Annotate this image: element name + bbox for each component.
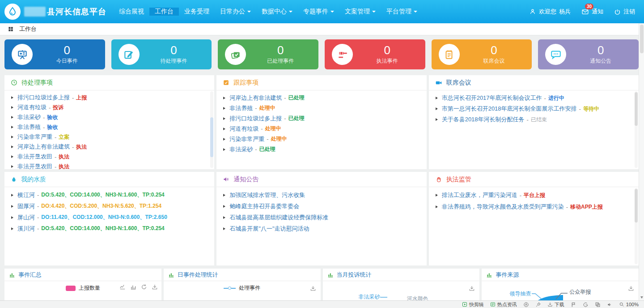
list-item[interactable]: 非法养殖鸡，导致河水颜色及水质受到严重污染-移动APP上报 (429, 201, 639, 213)
gavel-icon (332, 44, 353, 65)
panel-scrollbar[interactable] (635, 91, 638, 168)
stat-value: 0 (491, 43, 497, 57)
pin-icon[interactable] (535, 302, 541, 308)
menu-item-platform-mgmt[interactable]: 平台管理 (381, 8, 423, 16)
stat-card-processed-events[interactable]: 0已处理事件 (218, 39, 318, 69)
grid-icon[interactable] (8, 26, 14, 32)
person-icon (529, 8, 536, 15)
pie-slice-label: 领导抽查 (509, 290, 531, 298)
list-item[interactable]: 非法开垦农田-执法 (4, 162, 214, 169)
list-item[interactable]: 排污口垃圾过多上报-上报 (4, 93, 214, 103)
stat-card-notices[interactable]: 0通知公告 (538, 39, 639, 69)
menu-item-data-center[interactable]: 数据中心 (256, 8, 298, 16)
list-item[interactable]: 溪川河-DO:5.420、COD:14.000、NH3-N:1.600、TP:0… (4, 223, 214, 234)
chevron-down-icon (372, 11, 376, 13)
line-chart-toggle-icon[interactable] (119, 284, 126, 290)
list-item[interactable]: 河道有垃圾-投诉 (4, 103, 214, 112)
main-menu: 综合展视 工作台 业务受理 日常办公 数据中心 专题事件 文案管理 平台管理 (114, 8, 423, 16)
chart-legend[interactable]: 处理事件 (164, 284, 321, 292)
panel-title: 联席会议 (446, 79, 471, 87)
menu-item-business[interactable]: 业务受理 (179, 8, 215, 16)
circle-tool-icon[interactable] (523, 302, 529, 308)
list-item[interactable]: 鲍峰庭主持召开县委常委会 (216, 201, 426, 212)
brand-area: 县河长信息平台 综合展视 工作台 业务受理 日常办公 数据中心 专题事件 文案管… (0, 0, 423, 23)
list-item[interactable]: 市第一总河长召开2018年底河长制全面展示工作安排-等待中 (429, 103, 639, 114)
page-scrollbar[interactable] (639, 23, 644, 300)
hot-news-button[interactable]: 热点资讯 (490, 301, 517, 308)
window-icon[interactable] (595, 302, 601, 308)
stat-value: 0 (64, 43, 70, 57)
scrollbar-thumb[interactable] (635, 189, 638, 222)
bar-chart-icon (168, 272, 174, 278)
list-item[interactable]: 石城县开展"八一"走访慰问活动 (216, 223, 426, 234)
caret-right-icon (223, 97, 225, 99)
zoom-control[interactable]: 100% (619, 302, 639, 307)
page-title: 工作台 (19, 25, 37, 33)
caret-right-icon (11, 145, 13, 148)
quick-edit-button[interactable]: 快剪辑 (462, 301, 484, 308)
list-item[interactable]: 排污口垃圾过多上报-已处理 (216, 113, 426, 124)
welcome-label: 欢迎您 (539, 8, 556, 16)
list-item[interactable]: 市总河长召开2017年底河长制会议工作-进行中 (429, 93, 639, 103)
list-item[interactable]: 石城县提高基层组织建设经费保障标准 (216, 212, 426, 223)
panel-joint-meeting: 联席会议 市总河长召开2017年底河长制会议工作-进行中 市第一总河长召开201… (429, 75, 639, 169)
stat-card-joint-meetings[interactable]: 0联席会议 (432, 39, 532, 69)
swirl-icon[interactable] (583, 302, 589, 308)
logout-button[interactable]: 注销 (614, 8, 635, 16)
scrollbar-thumb[interactable] (640, 25, 644, 53)
refresh-icon[interactable] (141, 284, 147, 290)
menu-item-document-mgmt[interactable]: 文案管理 (339, 8, 381, 16)
panel-scrollbar[interactable] (635, 188, 638, 264)
menu-item-special-events[interactable]: 专题事件 (298, 8, 339, 16)
panel-title: 跟踪事项 (233, 79, 258, 87)
download-icon[interactable] (628, 284, 634, 292)
panel-my-water-quality: 我的水质 横江河-DO:5.420、COD:14.000、NH3-N:1.600… (4, 172, 214, 265)
list-item[interactable]: 加强区域排水管理、污水收集 (216, 189, 426, 201)
caret-right-icon (436, 107, 438, 110)
scrollbar-thumb[interactable] (635, 92, 638, 126)
list-item[interactable]: 非法开垦农田-执法 (4, 152, 214, 162)
list-item[interactable]: 污染非常严重-立案 (4, 132, 214, 142)
download-icon[interactable] (310, 284, 316, 292)
list-item[interactable]: 屏山河-DO:11.420、COD:12.000、NH3-N:0.600、TP:… (4, 212, 214, 223)
list-item[interactable]: 河道有垃圾-处理中 (216, 124, 426, 134)
list-item[interactable]: 固厚河-DO:4.420、COD:5.200、NH3-N:5.620、TP:1.… (4, 201, 214, 212)
stat-card-pending-events[interactable]: 0待处理事件 (111, 39, 212, 69)
stat-card-enforcement-events[interactable]: 0执法事件 (325, 39, 425, 69)
list-item[interactable]: 污染非常严重-处理中 (216, 134, 426, 144)
menu-item-workbench[interactable]: 工作台 (149, 8, 179, 16)
sound-icon[interactable] (607, 302, 613, 308)
pie-slice-label: 非法采砂 (359, 293, 380, 301)
edit-icon (119, 44, 140, 65)
list-item[interactable]: 排法工业废水，严重污染河道-平台上报 (429, 189, 639, 201)
panel-header: 跟踪事项 (216, 75, 426, 90)
scroll-down-arrow-icon[interactable] (640, 296, 643, 299)
list-item[interactable]: 非法采砂-已处理 (216, 144, 426, 154)
download-icon[interactable] (152, 284, 158, 290)
scrollbar-thumb[interactable] (210, 117, 213, 157)
status-badge: 已处理 (288, 115, 305, 122)
download-icon[interactable] (469, 284, 475, 292)
list-item[interactable]: 横江河-DO:5.420、COD:14.000、NH3-N:1.600、TP:0… (4, 189, 214, 201)
list-item[interactable]: 河岸边上有非法建筑-已处理 (216, 93, 426, 103)
menu-item-daily-office[interactable]: 日常办公 (215, 8, 256, 16)
status-badge: 处理中 (265, 125, 281, 133)
water-metrics: DO:4.420、COD:5.200、NH3-N:5.620、TP:1.254 (41, 202, 161, 210)
panel-body: 横江河-DO:5.420、COD:14.000、NH3-N:1.600、TP:0… (4, 187, 214, 234)
user-menu[interactable]: 欢迎您 杨兵 (529, 8, 571, 16)
list-item[interactable]: 河岸边上有非法建筑-执法 (4, 142, 214, 152)
notice-button[interactable]: 30 通知 (581, 8, 603, 16)
stat-card-today-events[interactable]: 0今日事件 (4, 39, 105, 69)
flag-icon[interactable] (571, 302, 576, 308)
list-item[interactable]: 非法养殖-处理中 (216, 103, 426, 113)
list-item[interactable]: 非法采砂-验收 (4, 112, 214, 122)
panel-scrollbar[interactable] (210, 91, 213, 168)
panel-title: 执法监管 (446, 175, 471, 184)
list-item[interactable]: 关于各县2018年河长制分配任务-已结束 (429, 114, 639, 125)
top-navbar: 县河长信息平台 综合展视 工作台 业务受理 日常办公 数据中心 专题事件 文案管… (0, 0, 644, 23)
menu-item-overview[interactable]: 综合展视 (114, 8, 149, 16)
list-item[interactable]: 非法养殖-验收 (4, 122, 214, 132)
chart-title: 当月投诉统计 (337, 271, 372, 279)
download-manager-button[interactable]: 下载 (547, 301, 564, 308)
bar-chart-toggle-icon[interactable] (130, 284, 136, 290)
